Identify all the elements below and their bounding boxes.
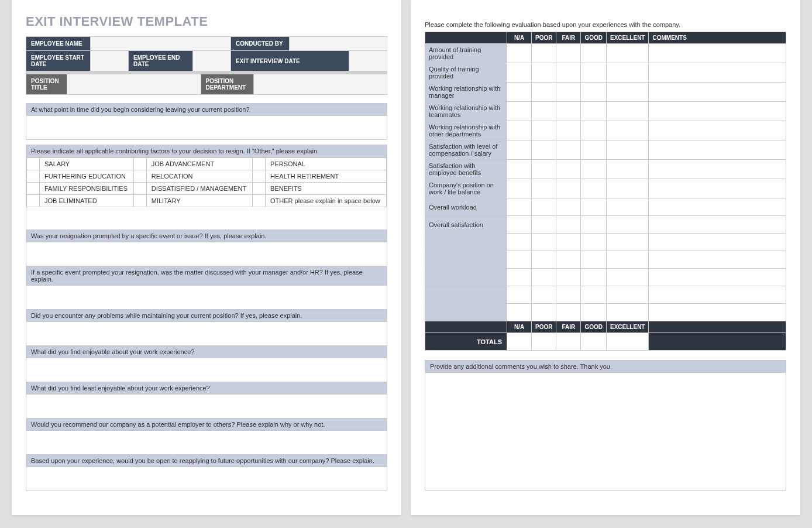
eval-cell-comment[interactable] <box>649 269 786 286</box>
eval-cell-good[interactable] <box>581 83 607 102</box>
eval-cell-comment[interactable] <box>649 102 786 121</box>
eval-cell-poor[interactable] <box>532 269 556 286</box>
eval-cell-excellent[interactable] <box>607 216 649 234</box>
eval-cell-fair[interactable] <box>556 121 581 140</box>
eval-cell-comment[interactable] <box>649 198 786 216</box>
eval-cell-good[interactable] <box>581 121 607 140</box>
field-end-date[interactable] <box>193 51 231 71</box>
factor-check[interactable] <box>133 170 146 183</box>
eval-cell-fair[interactable] <box>556 286 581 304</box>
eval-cell-poor[interactable] <box>532 63 556 83</box>
eval-cell-excellent[interactable] <box>607 140 649 160</box>
eval-cell-na[interactable] <box>507 140 532 160</box>
question-2-answer[interactable] <box>26 242 387 266</box>
eval-cell-fair[interactable] <box>556 102 581 121</box>
eval-cell-poor[interactable] <box>532 140 556 160</box>
eval-cell-excellent[interactable] <box>607 269 649 286</box>
eval-cell-excellent[interactable] <box>607 83 649 102</box>
factor-check[interactable] <box>133 183 146 195</box>
eval-cell-comment[interactable] <box>649 304 786 321</box>
eval-cell-good[interactable] <box>581 179 607 198</box>
eval-cell-good[interactable] <box>581 44 607 63</box>
eval-cell-fair[interactable] <box>556 234 581 251</box>
eval-cell-na[interactable] <box>507 160 532 179</box>
totals-poor[interactable] <box>532 333 556 351</box>
factor-check[interactable] <box>253 195 266 207</box>
eval-cell-na[interactable] <box>507 304 532 321</box>
eval-cell-poor[interactable] <box>532 216 556 234</box>
eval-cell-poor[interactable] <box>532 121 556 140</box>
eval-cell-fair[interactable] <box>556 63 581 83</box>
field-exit-date[interactable] <box>349 51 387 71</box>
factors-other-explain[interactable] <box>26 207 387 229</box>
eval-cell-na[interactable] <box>507 269 532 286</box>
factor-check[interactable] <box>253 158 266 170</box>
eval-cell-na[interactable] <box>507 102 532 121</box>
eval-cell-good[interactable] <box>581 63 607 83</box>
eval-cell-comment[interactable] <box>649 63 786 83</box>
eval-cell-na[interactable] <box>507 216 532 234</box>
field-position-title[interactable] <box>67 74 201 95</box>
question-3-answer[interactable] <box>26 286 387 309</box>
eval-cell-fair[interactable] <box>556 160 581 179</box>
eval-cell-fair[interactable] <box>556 179 581 198</box>
eval-cell-na[interactable] <box>507 251 532 269</box>
eval-cell-excellent[interactable] <box>607 63 649 83</box>
eval-cell-comment[interactable] <box>649 121 786 140</box>
totals-excellent[interactable] <box>607 333 649 351</box>
eval-cell-poor[interactable] <box>532 179 556 198</box>
factor-check[interactable] <box>133 195 146 207</box>
eval-cell-excellent[interactable] <box>607 44 649 63</box>
eval-cell-na[interactable] <box>507 234 532 251</box>
question-4-answer[interactable] <box>26 322 387 345</box>
eval-cell-na[interactable] <box>507 44 532 63</box>
field-conducted-by[interactable] <box>290 37 387 51</box>
eval-cell-good[interactable] <box>581 198 607 216</box>
eval-cell-excellent[interactable] <box>607 304 649 321</box>
factor-check[interactable] <box>27 195 40 207</box>
eval-cell-fair[interactable] <box>556 251 581 269</box>
eval-cell-good[interactable] <box>581 286 607 304</box>
eval-cell-poor[interactable] <box>532 83 556 102</box>
eval-cell-fair[interactable] <box>556 198 581 216</box>
eval-cell-comment[interactable] <box>649 160 786 179</box>
eval-cell-fair[interactable] <box>556 216 581 234</box>
question-7-answer[interactable] <box>26 431 387 454</box>
totals-good[interactable] <box>581 333 607 351</box>
eval-cell-good[interactable] <box>581 160 607 179</box>
eval-cell-na[interactable] <box>507 179 532 198</box>
question-6-answer[interactable] <box>26 395 387 418</box>
question-1-answer[interactable] <box>26 116 387 139</box>
eval-cell-fair[interactable] <box>556 304 581 321</box>
factor-check[interactable] <box>253 183 266 195</box>
eval-cell-comment[interactable] <box>649 251 786 269</box>
eval-cell-poor[interactable] <box>532 160 556 179</box>
totals-fair[interactable] <box>556 333 581 351</box>
eval-cell-good[interactable] <box>581 304 607 321</box>
eval-cell-na[interactable] <box>507 198 532 216</box>
eval-cell-comment[interactable] <box>649 216 786 234</box>
eval-cell-good[interactable] <box>581 251 607 269</box>
eval-cell-excellent[interactable] <box>607 179 649 198</box>
eval-cell-comment[interactable] <box>649 234 786 251</box>
eval-cell-na[interactable] <box>507 83 532 102</box>
additional-comments-answer[interactable] <box>425 373 786 490</box>
eval-cell-poor[interactable] <box>532 234 556 251</box>
eval-cell-good[interactable] <box>581 140 607 160</box>
eval-cell-excellent[interactable] <box>607 102 649 121</box>
eval-cell-poor[interactable] <box>532 304 556 321</box>
eval-cell-good[interactable] <box>581 234 607 251</box>
question-5-answer[interactable] <box>26 358 387 382</box>
eval-cell-fair[interactable] <box>556 83 581 102</box>
eval-cell-excellent[interactable] <box>607 286 649 304</box>
eval-cell-poor[interactable] <box>532 251 556 269</box>
eval-cell-excellent[interactable] <box>607 251 649 269</box>
eval-cell-comment[interactable] <box>649 140 786 160</box>
eval-cell-excellent[interactable] <box>607 121 649 140</box>
factor-check[interactable] <box>27 158 40 170</box>
eval-cell-good[interactable] <box>581 102 607 121</box>
factor-check[interactable] <box>253 170 266 183</box>
eval-cell-excellent[interactable] <box>607 160 649 179</box>
eval-cell-poor[interactable] <box>532 102 556 121</box>
eval-cell-fair[interactable] <box>556 269 581 286</box>
